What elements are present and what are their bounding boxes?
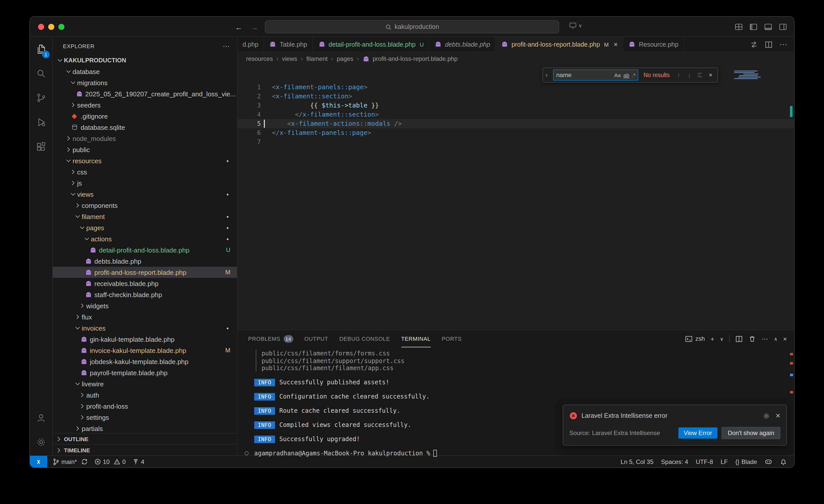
close-find-icon[interactable]: × [707, 72, 714, 79]
tree-item-debts-blade-php[interactable]: debts.blade.php [53, 256, 237, 267]
tree-item-gin-kakul-template-blade-php[interactable]: gin-kakul-template.blade.php [53, 334, 237, 345]
encoding[interactable]: UTF-8 [696, 458, 713, 465]
breadcrumb-item-resources[interactable]: resources [246, 55, 273, 62]
tree-item-flux[interactable]: flux [53, 311, 237, 323]
code-line-7[interactable]: 7 [237, 137, 794, 146]
editor-tab-resource-php[interactable]: Resource.php [623, 37, 684, 52]
tree-item-database[interactable]: database [53, 66, 237, 77]
go-forward-button[interactable]: → [251, 23, 258, 31]
tree-item-actions[interactable]: actions● [53, 233, 237, 244]
language-mode[interactable]: {} Blade [735, 458, 757, 465]
ports-status[interactable]: 4 [132, 458, 144, 465]
panel-tab-output[interactable]: OUTPUT [304, 330, 328, 347]
whole-word-icon[interactable]: ab [623, 72, 629, 78]
code-line-3[interactable]: 3 {{ $this->table }} [237, 101, 794, 110]
terminal-profile[interactable]: zsh [685, 335, 705, 343]
zoom-window-button[interactable] [58, 24, 65, 30]
compare-changes-icon[interactable] [750, 40, 758, 48]
tree-item-migrations[interactable]: migrations [53, 77, 237, 88]
panel-tab-ports[interactable]: PORTS [442, 330, 461, 347]
tree-item-gitignore[interactable]: .gitignore [53, 111, 237, 122]
tree-item-widgets[interactable]: widgets [53, 300, 237, 311]
tree-root[interactable]: KAKULPRODUCTION [53, 55, 237, 66]
code-editor[interactable]: 1<x-filament-panels::page>2<x-filament::… [237, 66, 794, 330]
customize-layout-icon[interactable] [735, 23, 743, 31]
match-case-icon[interactable]: Aa [614, 72, 621, 78]
breadcrumb-item-profit-and-loss-report-blade-php[interactable]: profit-and-loss-report.blade.php [363, 55, 458, 62]
tree-item-receivables-blade-php[interactable]: receivables.blade.php [53, 278, 237, 289]
close-tab-icon[interactable]: × [614, 40, 617, 48]
tree-item-settings[interactable]: settings [53, 412, 237, 423]
panel-tab-terminal[interactable]: TERMINAL [401, 330, 430, 347]
indentation[interactable]: Spaces: 4 [661, 458, 688, 465]
split-terminal-icon[interactable] [735, 335, 743, 343]
minimap[interactable] [734, 68, 787, 103]
tree-item-css[interactable]: css [53, 166, 237, 177]
code-line-5[interactable]: 5 <x-filament-actions::modals /> [237, 119, 794, 128]
eol-sequence[interactable]: LF [721, 458, 728, 465]
maximize-panel-icon[interactable]: ∧ [774, 336, 778, 342]
tree-item-js[interactable]: js [53, 177, 237, 188]
bell-icon[interactable] [780, 458, 787, 465]
minimize-window-button[interactable] [48, 24, 54, 30]
tree-item-livewire[interactable]: livewire [53, 378, 237, 389]
code-line-4[interactable]: 4 </x-filament::section> [237, 110, 794, 119]
close-panel-icon[interactable]: × [783, 335, 787, 343]
terminal-dropdown-icon[interactable]: ∨ [720, 336, 724, 342]
toggle-panel-icon[interactable] [764, 23, 772, 31]
remote-indicator[interactable] [30, 456, 47, 468]
code-line-2[interactable]: 2<x-filament::section> [237, 92, 794, 101]
close-window-button[interactable] [38, 24, 44, 30]
close-notification-icon[interactable]: × [776, 411, 781, 420]
tree-item-invoice-kakul-template-blade-php[interactable]: invoice-kakul-template.blade.phpM [53, 345, 237, 356]
expand-replace-icon[interactable]: › [543, 72, 550, 79]
copilot-icon[interactable] [764, 458, 772, 466]
editor-tab-detail-profit-and-loss-blade-php[interactable]: detail-profit-and-loss.blade.phpU [313, 37, 429, 52]
kill-terminal-icon[interactable] [748, 335, 756, 343]
git-branch-status[interactable]: main* [52, 458, 88, 465]
dont-show-again-button[interactable]: Don't show again [722, 427, 781, 439]
breadcrumb-item-pages[interactable]: pages [337, 55, 353, 62]
breadcrumb-item-filament[interactable]: filament [306, 55, 327, 62]
activity-search[interactable] [30, 61, 52, 86]
activity-source-control[interactable] [30, 86, 52, 110]
panel-tab-problems[interactable]: PROBLEMS14 [248, 330, 293, 347]
outline-section[interactable]: OUTLINE [53, 433, 237, 444]
accounts-button[interactable] [30, 406, 52, 430]
command-center-search[interactable]: kakulproduction [265, 20, 559, 33]
tree-item-public[interactable]: public [53, 144, 237, 155]
cursor-position[interactable]: Ln 5, Col 35 [621, 458, 653, 465]
editor-tab-debts-blade-php[interactable]: debts.blade.php [429, 37, 496, 52]
tree-item-2025-05-26-190207-create-profit-and-loss-vie[interactable]: 2025_05_26_190207_create_profit_and_loss… [53, 88, 237, 99]
toggle-secondary-sidebar-icon[interactable] [779, 23, 787, 31]
tree-item-staff-checkin-blade-php[interactable]: staff-checkin.blade.php [53, 289, 237, 300]
tree-item-seeders[interactable]: seeders [53, 99, 237, 111]
tree-item-profit-and-loss-report-blade-php[interactable]: profit-and-loss-report.blade.phpM [53, 267, 237, 278]
tree-item-payroll-template-blade-php[interactable]: payroll-template.blade.php [53, 367, 237, 378]
activity-run-debug[interactable] [30, 110, 52, 134]
remote-window-button[interactable]: ∨ [569, 21, 582, 29]
regex-icon[interactable]: .* [632, 72, 635, 78]
go-back-button[interactable]: ← [235, 23, 242, 31]
tree-item-views[interactable]: views● [53, 188, 237, 200]
toggle-sidebar-icon[interactable] [749, 23, 757, 31]
view-error-button[interactable]: View Error [678, 427, 718, 438]
breadcrumb-item-views[interactable]: views [282, 55, 297, 62]
more-actions-icon[interactable]: ⋯ [779, 39, 788, 49]
find-input[interactable]: name Aa ab .* [553, 70, 638, 81]
tree-item-partials[interactable]: partials [53, 423, 237, 433]
activity-explorer[interactable]: 1 [30, 37, 52, 61]
manage-button[interactable] [30, 430, 52, 454]
overview-ruler[interactable] [788, 66, 794, 330]
tree-item-auth[interactable]: auth [53, 389, 237, 401]
terminal-prompt-line[interactable]: agampradhana@Agams-MacBook-Pro kakulprod… [254, 450, 794, 457]
tree-item-database-sqlite[interactable]: database.sqlite [53, 122, 237, 133]
tree-item-invoices[interactable]: invoices● [53, 323, 237, 334]
previous-match-icon[interactable]: ↑ [675, 72, 683, 79]
editor-tab-profit-and-loss-report-blade-php[interactable]: profit-and-loss-report.blade.phpM× [496, 37, 623, 52]
timeline-section[interactable]: TIMELINE [53, 444, 237, 455]
editor-tab-d-php[interactable]: d.php [237, 37, 264, 52]
panel-tab-debug-console[interactable]: DEBUG CONSOLE [339, 330, 390, 347]
tree-item-jobdesk-kakul-template-blade-php[interactable]: jobdesk-kakul-template.blade.php [53, 356, 237, 367]
editor-tab-table-php[interactable]: Table.php [264, 37, 313, 52]
